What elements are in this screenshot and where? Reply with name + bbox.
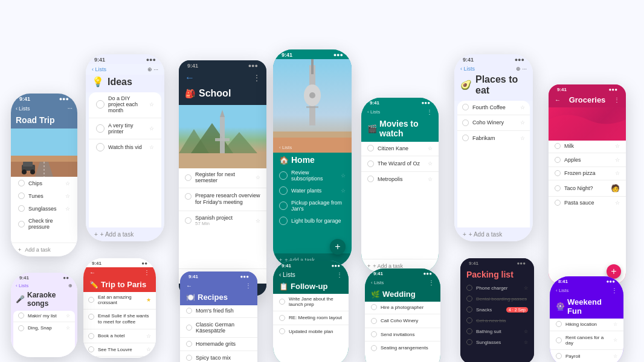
fab-button[interactable]: + [330, 239, 346, 255]
list-item: Prepare research overview for Friday's m… [179, 189, 266, 209]
svg-marker-11 [221, 132, 257, 153]
add-task-bar[interactable]: + + Add a task [86, 227, 164, 241]
list-item: Apples ☆ [549, 154, 626, 165]
phone-home: 9:41 ●●● [273, 49, 352, 267]
phone-weekend: 8:41 ●●● ‹ Lists ⋮ 🎡 Weekend Fun Hiking … [550, 276, 623, 362]
add-task-bar[interactable]: + Add a task [11, 243, 77, 256]
list-item: Bathing suit ☆ [460, 326, 534, 337]
phone-paris: 9:41 ●● ← ⋮ ✏️ Trip to Paris Eat an amaz… [83, 258, 156, 358]
status-bar-places: 9:41 ●●● [454, 54, 533, 64]
list-item: Write Jane about the launch prep [273, 294, 349, 310]
status-bar-home: 9:41 ●●● [273, 49, 352, 59]
list-item: Makin' my list ☆ [13, 311, 75, 320]
list-item: Spanish project 57 Min ☆ [179, 212, 266, 229]
list-item: A very tiny printer ☆ [89, 119, 161, 138]
list-item: Fourth Coffee ☆ [457, 101, 530, 113]
svg-point-7 [22, 170, 27, 174]
status-bar-school: 9:41 ●●● [179, 60, 266, 70]
list-item: Dental boarding passes [460, 293, 534, 304]
svg-rect-15 [215, 138, 230, 141]
list-item: Call Coho Winery [365, 316, 440, 326]
list-item: Spicy taco mix [180, 352, 257, 363]
list-item: Hire a photographer [365, 302, 440, 313]
add-task-bar[interactable]: + + Add a task [454, 227, 533, 241]
list-item: Light bulb for garage [273, 214, 352, 227]
list-item: Hiking location ☆ [550, 319, 623, 329]
list-item: See The Louvre ☆ [83, 344, 156, 355]
list-item: Eat an amazing croissant ★ [83, 292, 156, 308]
phone-karaoke: 9:41 ●● ‹ Lists ⊕ 🎤 Karaoke songs Makin'… [11, 273, 77, 357]
phone-groceries: 9:41 ●●● ← Groceries ⋮ Milk ☆ [549, 84, 626, 284]
list-item: Coho Winery ☆ [457, 116, 530, 129]
phone-recipes: 9:41 ●●● ← ⋮ 🍽️ Recipes Mom's fried fish [180, 272, 257, 362]
list-item: Register for next semester ☆ [179, 168, 266, 186]
list-item: Tunes ☆ [11, 189, 77, 202]
list-item: Water plants ☆ [273, 184, 352, 197]
list-item: Chips ☆ [11, 177, 77, 189]
list-item: Get a new bla [460, 315, 534, 326]
list-item: Email Sulie if she wants to meet for cof… [83, 311, 156, 328]
phone-followup: 9:41 ●●● ‹ Lists ⋮ 📋 Follow-up Write Jan… [273, 261, 349, 362]
phone-wedding: 9:41 ●●● ‹ Lists ⋮ 🌿 Wedding Hire a phot… [365, 268, 440, 362]
list-item: Milk ☆ [549, 141, 626, 151]
phone-packing: 9:41 ●●● Packing list Phone charger ☆ De… [460, 258, 534, 362]
list-item: Seating arrangements [365, 343, 440, 354]
list-item: Phone charger ☆ [460, 282, 534, 293]
svg-rect-22 [311, 59, 314, 74]
phone-school: 9:41 ●●● ← ⋮ 🎒 School [179, 60, 266, 296]
list-item: The Wizard of Oz ☆ [361, 157, 439, 170]
svg-rect-12 [179, 153, 266, 168]
list-item: Snacks 4 · 2 Sep [460, 304, 534, 315]
list-item: Rent canoes for a day ☆ [550, 332, 623, 348]
list-item: Send invitations [365, 329, 440, 340]
svg-point-8 [30, 170, 35, 174]
list-item: Book a hotel ☆ [83, 331, 156, 341]
list-item: Homemade grits [180, 338, 257, 349]
svg-rect-13 [220, 117, 225, 153]
list-item: Metropolis ☆ [361, 173, 439, 185]
list-item: Sunglasses ☆ [11, 202, 77, 215]
list-item: Watch this vid ☆ [89, 140, 161, 154]
status-bar-ideas: 9:41 ●●● [86, 54, 164, 64]
svg-point-21 [309, 92, 315, 98]
list-item: Updated mobile plan [273, 326, 349, 337]
list-item: Frozen pizza ☆ [549, 168, 626, 179]
list-item: Do a DIY project each month ☆ [89, 92, 161, 116]
list-item: RE: Meeting room layout [273, 313, 349, 323]
list-item: Mom's fried fish [180, 305, 257, 316]
phone-places: 9:41 ●●● ‹ Lists ⊕ ··· 🥑 Places to eat F… [454, 54, 533, 241]
app-scene: 9:41 ●●● ‹ Lists ··· Road Trip [0, 0, 644, 362]
svg-rect-23 [306, 106, 318, 108]
phone-ideas: 9:41 ●●● ‹ Lists ⊕ ··· 💡 Ideas Do a DIY … [86, 54, 164, 241]
svg-rect-6 [23, 162, 33, 167]
list-item: Ding, Snap ☆ [13, 323, 75, 333]
list-item: Review subscriptions ☆ [273, 167, 352, 184]
phone-movies: 9:41 ●●● ‹ Lists ⋮ 🎬 Movies to watch Cit… [361, 98, 439, 273]
list-item: Check tire pressure [11, 215, 77, 233]
list-item: Taco Night? 🧑 [549, 182, 626, 195]
list-item: Pasta sauce ☆ [549, 197, 626, 208]
list-item: Fabrikam ☆ [457, 132, 530, 144]
list-item: Citizen Kane ☆ [361, 142, 439, 154]
lists-nav: ‹ Lists ⊕ ··· [86, 64, 164, 75]
list-item: Sunglasses ☆ [460, 337, 534, 348]
list-item: Pickup package from Jan's [273, 197, 352, 214]
svg-marker-14 [220, 110, 225, 117]
list-item: Classic German Käsespätzle [180, 319, 257, 336]
status-bar-roadtrip: 9:41 ●●● [11, 94, 77, 103]
list-item: Payroll ☆ [550, 351, 623, 361]
phone-roadtrip: 9:41 ●●● ‹ Lists ··· Road Trip [11, 94, 77, 256]
